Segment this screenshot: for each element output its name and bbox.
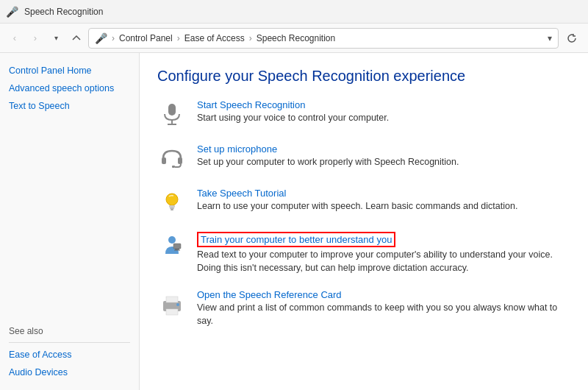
svg-rect-9 [171,209,173,210]
forward-button[interactable]: › [26,29,44,47]
svg-rect-16 [166,309,178,315]
breadcrumb-control-panel[interactable]: Control Panel [119,33,173,43]
reference-card-desc: View and print a list of common commands… [197,302,564,327]
item-speech-tutorial-content: Take Speech Tutorial Learn to use your c… [197,188,517,213]
item-setup-microphone-content: Set up microphone Set up your computer t… [197,143,459,169]
dropdown-button[interactable]: ▾ [47,29,65,47]
item-start-speech-content: Start Speech Recognition Start using you… [197,99,389,125]
train-computer-link[interactable]: Train your computer to better understand… [197,232,395,247]
item-setup-microphone: Set up microphone Set up your computer t… [157,143,570,173]
mic-icon [157,99,187,129]
svg-rect-12 [175,249,179,250]
sidebar-divider [9,342,130,343]
title-bar-text: Speech Recognition [24,7,103,17]
item-reference-card-content: Open the Speech Reference Card View and … [197,289,564,327]
svg-point-17 [176,303,179,306]
speech-tutorial-desc: Learn to use your computer with speech. … [197,200,517,213]
address-mic-icon: 🎤 [95,32,107,44]
sidebar-item-ease-of-access[interactable]: Ease of Access [0,346,139,364]
svg-rect-8 [170,208,174,209]
bulb-icon [157,188,187,217]
breadcrumb-ease-of-access[interactable]: Ease of Access [184,33,245,43]
content-area: Configure your Speech Recognition experi… [140,53,588,390]
see-also-label: See also [0,314,139,339]
item-train-computer-content: Train your computer to better understand… [197,232,564,274]
sidebar-item-control-panel-home[interactable]: Control Panel Home [0,62,139,79]
title-bar-icon: 🎤 [6,6,18,18]
speech-tutorial-link[interactable]: Take Speech Tutorial [197,188,286,199]
refresh-button[interactable] [562,28,582,49]
svg-rect-3 [162,157,166,164]
sidebar-item-advanced-speech[interactable]: Advanced speech options [0,79,139,97]
page-title: Configure your Speech Recognition experi… [157,68,570,85]
start-speech-desc: Start using your voice to control your c… [197,112,389,125]
item-train-computer: Train your computer to better understand… [157,232,570,274]
title-bar: 🎤 Speech Recognition [0,0,588,24]
address-bar[interactable]: 🎤 › Control Panel › Ease of Access › Spe… [88,28,559,49]
headset-icon [157,143,187,173]
svg-rect-5 [172,166,175,168]
train-computer-desc: Read text to your computer to improve yo… [197,249,564,274]
person-icon [157,232,187,261]
sidebar-item-text-to-speech[interactable]: Text to Speech [0,97,139,115]
setup-microphone-desc: Set up your computer to work properly wi… [197,156,459,169]
up-button[interactable] [68,29,85,47]
address-chevron-icon[interactable]: ▾ [548,33,552,43]
nav-bar: ‹ › ▾ 🎤 › Control Panel › Ease of Access… [0,24,588,53]
start-speech-link[interactable]: Start Speech Recognition [197,99,305,110]
svg-rect-0 [168,104,176,116]
svg-point-10 [168,236,176,244]
item-reference-card: Open the Speech Reference Card View and … [157,289,570,327]
breadcrumb-speech-recognition[interactable]: Speech Recognition [257,33,335,43]
svg-rect-7 [169,205,175,208]
svg-rect-11 [173,244,181,249]
svg-rect-15 [166,297,178,302]
svg-rect-4 [178,157,182,164]
item-speech-tutorial: Take Speech Tutorial Learn to use your c… [157,188,570,217]
main-layout: Control Panel Home Advanced speech optio… [0,53,588,390]
reference-card-link[interactable]: Open the Speech Reference Card [197,289,342,300]
printer-icon [157,289,187,319]
setup-microphone-link[interactable]: Set up microphone [197,143,277,155]
svg-rect-13 [174,250,180,251]
back-button[interactable]: ‹ [6,29,24,47]
sidebar-item-audio-devices[interactable]: Audio Devices [0,364,139,381]
sidebar: Control Panel Home Advanced speech optio… [0,53,140,390]
item-start-speech: Start Speech Recognition Start using you… [157,99,570,129]
